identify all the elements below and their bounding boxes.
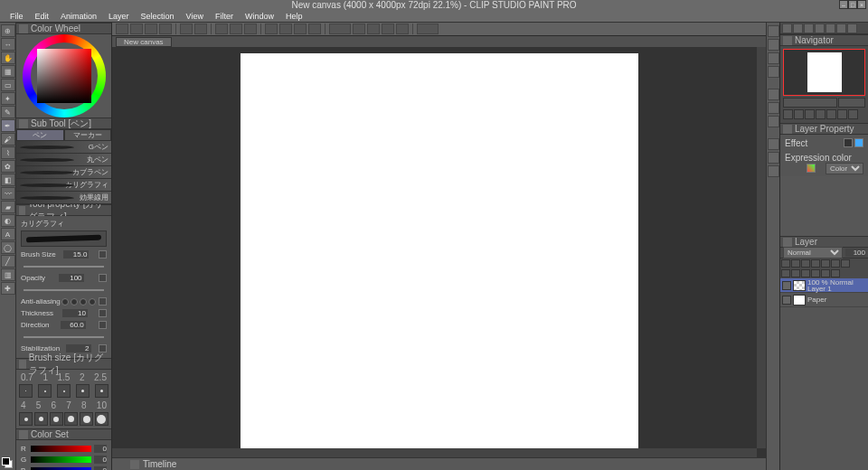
canvas[interactable] [241, 53, 638, 451]
scrollbar-horizontal[interactable] [112, 448, 757, 457]
tb-snap[interactable] [329, 24, 351, 34]
visibility-toggle[interactable] [782, 281, 791, 290]
rico-1[interactable] [782, 24, 792, 33]
bsize-2[interactable] [76, 384, 90, 398]
tool-zoom[interactable]: ⊕ [1, 24, 15, 37]
tool-eraser[interactable]: ◧ [1, 174, 15, 186]
rico-2[interactable] [793, 24, 803, 33]
tb-scale[interactable] [265, 24, 278, 34]
nav-rotate[interactable] [838, 98, 865, 108]
menu-edit[interactable]: Edit [31, 12, 54, 21]
effect-tone[interactable] [854, 138, 863, 147]
navigator-thumb[interactable] [783, 49, 865, 96]
tool-correct[interactable]: ✚ [1, 282, 15, 295]
brush-effectline[interactable]: 効果線用 [16, 192, 111, 204]
tb-grid[interactable] [396, 24, 409, 34]
tool-eyedropper[interactable]: ✎ [1, 106, 15, 118]
clip-mask[interactable] [821, 259, 830, 268]
menu-window[interactable]: Window [241, 12, 278, 21]
tb-ruler3[interactable] [382, 24, 394, 34]
layer-item-paper[interactable]: Paper [780, 293, 868, 307]
minimize-button[interactable]: – [839, 0, 848, 9]
dock-item1[interactable] [768, 89, 779, 100]
blend-mode-select[interactable]: Normal [783, 247, 843, 258]
tool-balloon[interactable]: ◯ [1, 241, 15, 254]
menu-filter[interactable]: Filter [211, 12, 238, 21]
subtool-tab-marker[interactable]: マーカー [64, 129, 112, 141]
dock-item3[interactable] [768, 116, 779, 127]
tool-text[interactable]: A [1, 228, 15, 240]
nav-zoom-slider[interactable] [783, 98, 837, 108]
thickness-value[interactable]: 10 [62, 309, 88, 317]
menu-file[interactable]: File [5, 12, 28, 21]
new-folder[interactable] [791, 269, 800, 277]
layer-opacity[interactable]: 100 [845, 249, 865, 257]
brush-size-slider[interactable] [24, 266, 104, 268]
tb-redo[interactable] [194, 24, 207, 34]
foreground-color[interactable] [2, 457, 10, 465]
tb-fill[interactable] [244, 24, 257, 34]
new-correction[interactable] [801, 269, 810, 277]
direction-slider[interactable] [24, 336, 104, 338]
nav-rotr[interactable] [837, 109, 847, 119]
rico-7[interactable] [847, 24, 857, 33]
document-tab[interactable]: New canvas [116, 37, 172, 47]
ref-layer[interactable] [831, 259, 840, 268]
nav-zoomout[interactable] [783, 109, 793, 119]
lock-all[interactable] [811, 259, 820, 268]
bsize-7[interactable] [64, 412, 78, 426]
bsize-1[interactable] [38, 384, 52, 398]
direction-dyn[interactable] [99, 321, 107, 329]
antialias-dyn[interactable] [99, 297, 107, 306]
maximize-button[interactable]: □ [848, 0, 857, 9]
color-swatch[interactable] [2, 457, 13, 468]
rico-4[interactable] [815, 24, 825, 33]
tb-ruler2[interactable] [367, 24, 380, 34]
bsize-1.5[interactable] [57, 384, 71, 398]
tool-operation[interactable]: ▦ [1, 65, 15, 78]
visibility-toggle[interactable] [782, 296, 791, 305]
menu-help[interactable]: Help [281, 12, 307, 21]
thickness-dyn[interactable] [99, 309, 107, 317]
brush-kabura[interactable]: カブラペン [16, 166, 111, 179]
dock-material3[interactable] [768, 66, 779, 78]
tool-brush[interactable]: 🖌 [1, 133, 15, 146]
bsize-5[interactable] [34, 412, 48, 426]
merge-down[interactable] [821, 269, 830, 277]
bsize-10[interactable] [95, 412, 108, 426]
bsize-6[interactable] [50, 412, 63, 426]
color-wheel[interactable] [16, 34, 111, 118]
nav-flip[interactable] [848, 109, 858, 119]
tb-save[interactable] [159, 24, 172, 34]
menu-selection[interactable]: Selection [137, 12, 179, 21]
tool-ruler[interactable]: ╱ [1, 255, 15, 268]
brushsize-header[interactable]: Brush size [カリグラフィ] [16, 358, 111, 370]
nav-fit[interactable] [805, 109, 815, 119]
tb-assets[interactable] [417, 24, 439, 34]
tb-select-invert[interactable] [279, 24, 292, 34]
tool-wand[interactable]: ✦ [1, 92, 15, 105]
menu-view[interactable]: View [182, 12, 208, 21]
tool-blend[interactable]: 〰 [1, 187, 15, 200]
bsize-8[interactable] [80, 412, 93, 426]
tool-fill[interactable]: ▰ [1, 201, 15, 213]
timeline-bar[interactable]: Timeline [112, 457, 766, 470]
brush-size-dyn[interactable] [99, 250, 107, 258]
delete-layer[interactable] [831, 269, 840, 277]
draft-layer[interactable] [841, 259, 850, 268]
layer-item-1[interactable]: 100 % Normal Layer 1 [780, 278, 868, 293]
toolprop-header[interactable]: Tool property [カリグラフィ] [16, 204, 111, 216]
tool-marquee[interactable]: ▭ [1, 79, 15, 91]
opacity-dyn[interactable] [99, 274, 107, 282]
brush-size-value[interactable]: 15.0 [63, 250, 89, 258]
slider-g[interactable] [31, 456, 91, 463]
lock-pixel[interactable] [791, 259, 800, 268]
dock-item5[interactable] [768, 152, 779, 164]
transfer-down[interactable] [811, 269, 820, 277]
opacity-slider[interactable] [24, 289, 104, 291]
tool-hand[interactable]: ✋ [1, 52, 15, 64]
layerprop-header[interactable]: Layer Property [780, 123, 868, 135]
tool-deco[interactable]: ✿ [1, 160, 15, 173]
tb-ruler1[interactable] [353, 24, 365, 34]
tb-open[interactable] [145, 24, 157, 34]
